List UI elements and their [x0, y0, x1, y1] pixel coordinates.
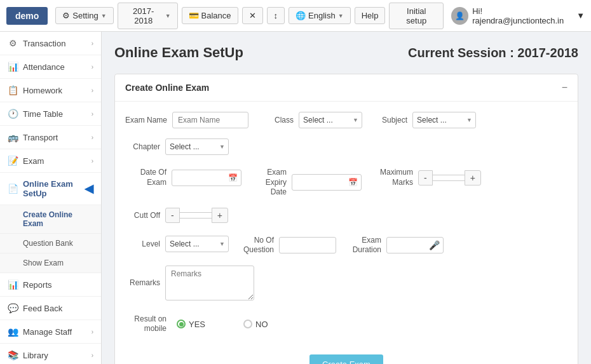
exam-expiry-wrapper: 📅	[292, 174, 362, 191]
exam-duration-group: ExamDuration 🎤	[346, 236, 444, 255]
level-label: Level	[125, 239, 160, 248]
class-label: Class	[259, 116, 294, 125]
online-exam-icon: 📄	[8, 184, 18, 194]
remarks-textarea[interactable]	[165, 266, 254, 300]
sidebar-item-library[interactable]: 📚 Library ›	[0, 344, 101, 364]
level-select[interactable]: Select ...	[165, 236, 229, 252]
sidebar-item-reports[interactable]: 📊 Reports	[0, 273, 101, 297]
chapter-select[interactable]: Select ...	[165, 138, 229, 155]
cutoff-minus-button[interactable]: -	[165, 208, 180, 223]
language-button[interactable]: 🌐 English ▼	[289, 7, 351, 24]
user-info: 👤 Hi! rajendra@junctiontech.in ▼	[451, 6, 585, 25]
chevron-down-icon: ▼	[165, 13, 171, 19]
arrow-indicator-icon: ◀	[85, 182, 93, 196]
form-row-4: Result onmobile YES NO	[125, 313, 567, 335]
exam-name-input[interactable]	[172, 112, 248, 128]
chevron-right-icon: ›	[92, 158, 93, 165]
create-exam-btn-row: Create Exam	[125, 348, 567, 364]
setting-button[interactable]: ⚙ Setting ▼	[55, 7, 113, 24]
cutoff-group: Cutt Off - +	[125, 208, 228, 223]
chevron-right-icon: ›	[92, 64, 93, 71]
chevron-right-icon: ›	[92, 87, 93, 94]
user-greeting: Hi! rajendra@junctiontech.in	[472, 6, 573, 25]
feedback-icon: 💬	[8, 303, 18, 313]
subject-group: Subject Select ...	[372, 112, 476, 128]
collapse-button[interactable]: −	[562, 82, 567, 93]
class-group: Class Select ...	[259, 112, 362, 128]
yes-radio-circle	[177, 320, 186, 328]
chevron-right-icon: ›	[92, 134, 93, 141]
library-icon: 📚	[8, 350, 18, 360]
session-button[interactable]: 2017-2018 ▼	[118, 3, 178, 29]
class-select[interactable]: Select ...	[299, 112, 362, 128]
manage-staff-icon: 👥	[8, 327, 18, 337]
resize-icon: ↕	[274, 11, 278, 20]
no-of-question-input[interactable]	[279, 237, 336, 253]
balance-button[interactable]: 💳 Balance	[182, 7, 238, 24]
form-row-2: Date OfExam 📅 ExamExpiryDate 📅	[125, 168, 567, 223]
sidebar-item-manage-staff[interactable]: 👥 Manage Staff ›	[0, 320, 101, 344]
sidebar-item-transaction[interactable]: ⚙ Transaction ›	[0, 32, 101, 55]
max-marks-label: MaximumMarks	[372, 168, 413, 187]
chevron-right-icon: ›	[92, 40, 93, 47]
sidebar-item-online-exam-setup[interactable]: 📄 Online Exam SetUp ◀	[0, 173, 101, 205]
mic-icon: 🎤	[429, 240, 440, 250]
cutoff-counter: - +	[165, 208, 228, 223]
chevron-down-icon: ▼	[101, 13, 107, 19]
date-of-exam-input[interactable]	[172, 170, 241, 186]
close-icon: ✕	[249, 11, 256, 20]
date-of-exam-group: Date OfExam 📅	[125, 168, 241, 187]
page-header: Online Exam SetUp Current Session : 2017…	[114, 44, 578, 61]
sidebar-submenu: Create Online Exam Question Bank Show Ex…	[0, 205, 101, 273]
no-of-question-group: No OfQuestion	[239, 236, 336, 255]
sidebar-item-homework[interactable]: 📋 Homework ›	[0, 79, 101, 102]
chapter-group: Chapter Select ...	[125, 138, 229, 155]
help-button[interactable]: Help	[355, 7, 386, 24]
chapter-label: Chapter	[125, 142, 160, 151]
avatar: 👤	[451, 7, 468, 25]
sidebar-item-transport[interactable]: 🚌 Transport ›	[0, 126, 101, 149]
exam-duration-label: ExamDuration	[346, 236, 381, 255]
max-marks-counter: - +	[418, 170, 481, 185]
date-of-exam-wrapper: 📅	[172, 170, 241, 186]
transaction-icon: ⚙	[8, 38, 18, 48]
cutoff-label: Cutt Off	[125, 211, 160, 220]
subitem-create-online-exam[interactable]: Create Online Exam	[0, 205, 101, 234]
create-exam-button[interactable]: Create Exam	[309, 354, 383, 364]
result-on-mobile-label: Result onmobile	[125, 314, 166, 334]
no-label: NO	[255, 320, 268, 329]
chevron-down-icon: ▼	[338, 13, 344, 19]
exam-expiry-group: ExamExpiryDate 📅	[252, 168, 362, 198]
main-content: Online Exam SetUp Current Session : 2017…	[102, 32, 591, 364]
subitem-show-exam[interactable]: Show Exam	[0, 253, 101, 273]
sidebar-item-attendance[interactable]: 📊 Attendance ›	[0, 55, 101, 79]
initial-setup-button[interactable]: Initial setup	[389, 3, 444, 29]
sidebar-item-feedback[interactable]: 💬 Feed Back	[0, 297, 101, 320]
max-marks-plus-button[interactable]: +	[465, 170, 481, 185]
language-icon: 🌐	[296, 11, 306, 20]
max-marks-minus-button[interactable]: -	[418, 170, 433, 185]
no-radio-option[interactable]: NO	[243, 320, 268, 329]
cutoff-plus-button[interactable]: +	[212, 208, 228, 223]
yes-radio-option[interactable]: YES	[177, 320, 205, 329]
resize-button[interactable]: ↕	[267, 7, 285, 24]
top-navbar: demo ⚙ Setting ▼ 2017-2018 ▼ 💳 Balance ✕…	[0, 0, 591, 32]
page-title: Online Exam SetUp	[114, 44, 243, 61]
subject-select[interactable]: Select ...	[412, 112, 476, 128]
sidebar-item-exam[interactable]: 📝 Exam ›	[0, 149, 101, 173]
form-row-3: Level Select ... No OfQuestion ExamDurat…	[125, 236, 567, 300]
x-button[interactable]: ✕	[242, 7, 263, 24]
exam-expiry-label: ExamExpiryDate	[252, 168, 287, 198]
exam-expiry-input[interactable]	[292, 174, 362, 191]
sidebar-item-timetable[interactable]: 🕐 Time Table ›	[0, 102, 101, 126]
subject-select-wrapper: Select ...	[412, 112, 476, 128]
exam-icon: 📝	[8, 156, 18, 166]
chevron-right-icon: ›	[92, 328, 93, 335]
no-of-question-label: No OfQuestion	[239, 236, 274, 255]
gear-icon: ⚙	[62, 11, 70, 20]
no-radio-circle	[243, 320, 252, 328]
chapter-select-wrapper: Select ...	[165, 138, 229, 155]
reports-icon: 📊	[8, 280, 18, 290]
yes-label: YES	[189, 320, 205, 329]
subitem-question-bank[interactable]: Question Bank	[0, 234, 101, 253]
